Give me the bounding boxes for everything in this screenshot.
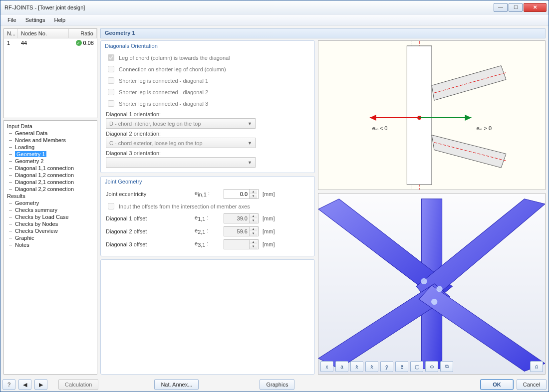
chk-diag3[interactable]: Shorter leg is connected - diagonal 3 [106, 98, 309, 109]
titlebar: RF-JOINTS - [Tower joint design] — ☐ ✕ [0, 0, 549, 14]
spin-down-icon[interactable]: ▼ [250, 194, 257, 198]
nav-geom2[interactable]: Geometry 2 [4, 158, 97, 165]
ein-lt-label: eᵢₙ < 0 [372, 125, 388, 131]
chk-diag1[interactable]: Shorter leg is connected - diagonal 1 [106, 75, 309, 86]
chk-diag1-box[interactable] [108, 77, 114, 84]
chk-diag2-box[interactable] [108, 89, 114, 95]
eccentricity-diagram: eᵢₙ < 0 eᵢₙ > 0 [318, 40, 546, 190]
chevron-down-icon: ▼ [248, 141, 252, 146]
off1-sym: e1,1 : [195, 214, 220, 222]
view-xbar-button[interactable]: x̄ [350, 361, 363, 372]
chk-shorter-leg-box[interactable] [108, 66, 114, 72]
off2-sym: e2,1 : [195, 227, 220, 235]
help-button[interactable]: ? [2, 379, 15, 390]
prev-button[interactable]: ◀ [18, 379, 31, 390]
d3-label: Diagonal 3 orientation: [106, 148, 309, 157]
joint-geometry-group: Joint Geometry Joint eccentricity ein,1 … [100, 176, 315, 256]
col-ratio[interactable]: Ratio [69, 29, 97, 38]
main-panel: Geometry 1 Diagonals Orientation Leg of … [100, 28, 546, 375]
view-iso-button[interactable]: ▢ [410, 361, 423, 372]
svg-point-17 [421, 278, 427, 284]
chk-leg-chord-box[interactable] [108, 54, 114, 61]
nav-nodes[interactable]: Nodes and Members [4, 137, 97, 144]
svg-point-18 [436, 286, 442, 292]
grid-row[interactable]: 1 44 ✓ 0.08 [4, 38, 97, 47]
spin-up-icon: ▲ [250, 227, 257, 231]
next-button[interactable]: ▶ [34, 379, 47, 390]
d2-label: Diagonal 2 orientation: [106, 129, 309, 138]
chevron-down-icon: ▼ [248, 121, 252, 126]
view-z-button[interactable]: z̄ [395, 361, 408, 372]
nav-loading[interactable]: Loading [4, 144, 97, 151]
view-x-button[interactable]: x [320, 361, 333, 372]
col-nodes[interactable]: Nodes No. [18, 29, 69, 38]
view-xbar2-button[interactable]: x̄̄ [365, 361, 378, 372]
off3-input [224, 241, 249, 247]
chk-diag3-box[interactable] [108, 100, 114, 107]
nav-rchk[interactable]: Checks summary [4, 206, 97, 213]
nodes-grid[interactable]: N... Nodes No. Ratio 1 44 ✓ 0.08 [3, 28, 97, 118]
graphics-column: eᵢₙ < 0 eᵢₙ > 0 [318, 40, 546, 375]
d3-combo[interactable]: ▼ [106, 157, 256, 168]
cancel-button[interactable]: Cancel [517, 379, 547, 390]
nav-rgraphic[interactable]: Graphic [4, 234, 97, 241]
ecc-input[interactable] [224, 191, 249, 197]
spin-down-icon: ▼ [250, 244, 257, 249]
chk-leg-chord[interactable]: Leg of chord (column) is towards the dia… [106, 52, 309, 63]
diagonals-orientation-group: Diagonals Orientation Leg of chord (colu… [100, 40, 315, 173]
nav-d22[interactable]: Diagonal 2,2 connection [4, 186, 97, 193]
d1-label: Diagonal 1 orientation: [106, 109, 309, 118]
3d-viewport[interactable]: x a x̄ x̄̄ ȳ z̄ ▢ ⚙ ⧉ ⎙ [318, 193, 546, 375]
off1-label: Diagonal 1 offset [106, 215, 191, 221]
minimize-button[interactable]: — [494, 3, 508, 12]
maximize-button[interactable]: ☐ [509, 3, 523, 12]
d1-combo[interactable]: D - chord interior, loose leg on the top… [106, 118, 256, 129]
nav-rgeom[interactable]: Geometry [4, 199, 97, 206]
chk-input-offsets[interactable]: Input the offsets from the intersection … [106, 200, 309, 212]
window-title: RF-JOINTS - [Tower joint design] [4, 4, 494, 10]
nav-d21[interactable]: Diagonal 2,1 connection [4, 179, 97, 186]
svg-rect-2 [407, 46, 432, 185]
main-body: Diagonals Orientation Leg of chord (colu… [100, 40, 546, 375]
nav-results[interactable]: Results [4, 193, 97, 199]
chk-diag2[interactable]: Shorter leg is connected - diagonal 2 [106, 86, 309, 98]
d2-combo[interactable]: C - chord exterior, loose leg on the top… [106, 138, 256, 148]
menu-help[interactable]: Help [50, 16, 69, 24]
nav-rlc[interactable]: Checks by Load Case [4, 213, 97, 220]
menu-file[interactable]: File [3, 16, 20, 24]
graphics-button[interactable]: Graphics [260, 379, 294, 390]
spin-up-icon: ▲ [250, 214, 257, 218]
calculation-button[interactable]: Calculation [58, 379, 98, 390]
chk-input-offsets-box[interactable] [108, 203, 114, 209]
chk-shorter-leg[interactable]: Connection on shorter leg of chord (colu… [106, 63, 309, 75]
menu-settings[interactable]: Settings [21, 16, 49, 24]
off1-spin: ▲▼ [224, 213, 259, 223]
nav-d11[interactable]: Diagonal 1,1 connection [4, 165, 97, 172]
close-button[interactable]: ✕ [524, 3, 547, 12]
nat-annex-button[interactable]: Nat. Annex... [154, 379, 199, 390]
panel-title: Geometry 1 [100, 28, 546, 38]
col-n[interactable]: N... [4, 29, 18, 38]
off3-unit: [mm] [263, 241, 274, 247]
nav-rover[interactable]: Checks Overview [4, 227, 97, 234]
form-column: Diagonals Orientation Leg of chord (colu… [100, 40, 315, 375]
nav-d12[interactable]: Diagonal 1,2 connection [4, 172, 97, 179]
ecc-spin[interactable]: ▲▼ [224, 189, 259, 199]
view-copy-button[interactable]: ⧉ [440, 361, 453, 372]
spin-up-icon[interactable]: ▲ [250, 190, 257, 194]
nav-geom1[interactable]: Geometry 1 [15, 151, 46, 157]
ecc-unit: [mm] [263, 191, 274, 197]
nav-rnodes[interactable]: Checks by Nodes [4, 220, 97, 227]
view-a-button[interactable]: a [335, 361, 348, 372]
view-print-button[interactable]: ⎙ [530, 361, 543, 372]
nav-input-data[interactable]: Input Data [4, 123, 97, 130]
grid-header: N... Nodes No. Ratio [4, 29, 97, 38]
ok-button[interactable]: OK [480, 379, 514, 390]
svg-marker-9 [370, 115, 376, 121]
nav-general[interactable]: General Data [4, 130, 97, 137]
ratio-value: 0.08 [83, 40, 94, 46]
off2-spin: ▲▼ [224, 226, 259, 236]
nav-rnotes[interactable]: Notes [4, 241, 97, 248]
view-settings-button[interactable]: ⚙ [425, 361, 438, 372]
view-y-button[interactable]: ȳ [380, 361, 393, 372]
